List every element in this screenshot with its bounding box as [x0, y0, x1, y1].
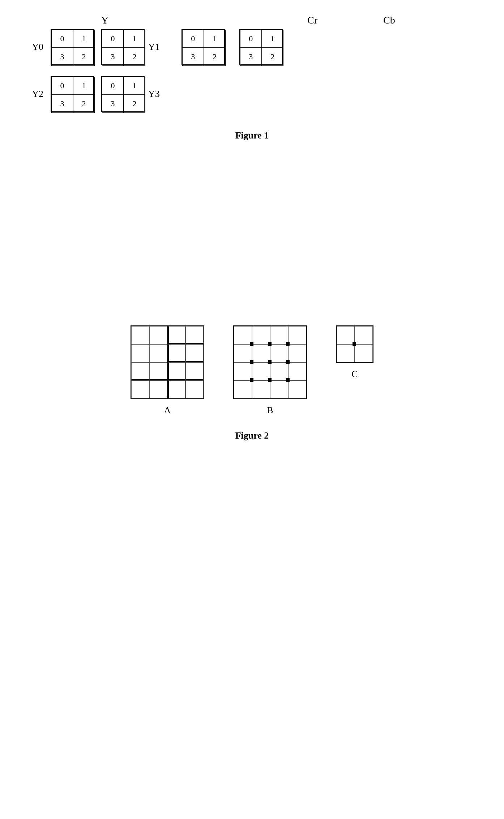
ga-cell [131, 344, 149, 362]
gc-cell [355, 326, 373, 344]
gb-cell [252, 326, 270, 344]
y2-label: Y2 [22, 89, 43, 99]
cell-0: 0 [240, 30, 262, 48]
cell-1: 1 [124, 30, 145, 48]
y0-grid2: 0 1 3 2 [101, 29, 145, 65]
ga-cell [167, 380, 185, 398]
cell-1: 1 [73, 77, 95, 95]
gb-cell [234, 380, 252, 398]
ga-cell [131, 380, 149, 398]
gb-cell [234, 344, 252, 362]
dot [286, 360, 290, 364]
y-header: Y [101, 14, 108, 26]
fig2-grids: A [36, 325, 468, 416]
ga-cell [185, 380, 204, 398]
dot [250, 378, 253, 382]
grid-c-label: C [351, 369, 358, 380]
figure2-container: A [0, 325, 504, 441]
gb-cell [288, 344, 306, 362]
cell-0: 0 [51, 30, 73, 48]
gb-cell [252, 344, 270, 362]
cell-3: 3 [51, 95, 73, 113]
cell-2: 2 [73, 48, 95, 66]
ga-cell [149, 362, 167, 380]
cell-3: 3 [182, 48, 204, 66]
dot [268, 378, 272, 382]
fig2-grid-c-item: C [336, 325, 373, 380]
cb-grid: 0 1 3 2 [239, 29, 283, 65]
cell-2: 2 [124, 48, 145, 66]
cell-2: 2 [262, 48, 283, 66]
gc-cell [337, 326, 355, 344]
cell-0: 0 [51, 77, 73, 95]
ga-cell [149, 380, 167, 398]
cell-2: 2 [124, 95, 145, 113]
figure1-caption: Figure 1 [22, 130, 482, 141]
cell-3: 3 [240, 48, 262, 66]
y1-label: Y1 [148, 42, 160, 52]
dot [250, 342, 253, 346]
ga-cell [185, 326, 204, 344]
cb-header: Cb [383, 14, 395, 26]
dot [286, 342, 290, 346]
y3-label: Y3 [148, 89, 160, 99]
dot [353, 342, 356, 346]
gb-cell [252, 380, 270, 398]
gb-cell [288, 362, 306, 380]
ga-cell [167, 344, 185, 362]
figure1-container: Y Cr Cb Y0 0 1 3 2 0 1 3 2 Y1 0 1 3 2 0 [0, 14, 504, 141]
grid-c [336, 325, 373, 363]
row-y0: Y0 0 1 3 2 0 1 3 2 Y1 0 1 3 2 0 1 3 2 [22, 29, 482, 65]
cell-3: 3 [102, 95, 124, 113]
y0-grid1: 0 1 3 2 [51, 29, 94, 65]
ga-cell [185, 362, 204, 380]
ga-cell [167, 362, 185, 380]
ga-cell [167, 326, 185, 344]
gb-cell [270, 362, 288, 380]
y2-grid2: 0 1 3 2 [101, 76, 145, 112]
dot [250, 360, 253, 364]
cell-2: 2 [73, 95, 95, 113]
gb-cell [288, 326, 306, 344]
dot [268, 342, 272, 346]
cr-header: Cr [307, 14, 317, 26]
grid-a-label: A [164, 405, 171, 416]
gb-cell [234, 326, 252, 344]
cell-1: 1 [262, 30, 283, 48]
grid-a [131, 325, 204, 399]
gb-cell [270, 380, 288, 398]
y2-grid1: 0 1 3 2 [51, 76, 94, 112]
gb-cell [270, 344, 288, 362]
cell-2: 2 [204, 48, 226, 66]
grid-b [233, 325, 307, 399]
y0-label: Y0 [22, 42, 43, 52]
gb-cell [252, 362, 270, 380]
cell-1: 1 [204, 30, 226, 48]
cell-3: 3 [102, 48, 124, 66]
figure2-caption: Figure 2 [36, 430, 468, 441]
cell-0: 0 [182, 30, 204, 48]
ga-cell [149, 326, 167, 344]
cell-1: 1 [124, 77, 145, 95]
gb-cell [234, 362, 252, 380]
cell-0: 0 [102, 30, 124, 48]
dot [268, 360, 272, 364]
ga-cell [185, 344, 204, 362]
fig2-grid-a-item: A [131, 325, 204, 416]
ga-cell [131, 362, 149, 380]
ga-cell [131, 326, 149, 344]
gb-cell [270, 326, 288, 344]
row-y2: Y2 0 1 3 2 0 1 3 2 Y3 [22, 76, 482, 112]
cell-1: 1 [73, 30, 95, 48]
cell-3: 3 [51, 48, 73, 66]
gc-cell [337, 344, 355, 362]
ga-cell [149, 344, 167, 362]
cell-0: 0 [102, 77, 124, 95]
fig2-grid-b-item: B [233, 325, 307, 416]
gc-cell [355, 344, 373, 362]
cr-grid: 0 1 3 2 [181, 29, 225, 65]
dot [286, 378, 290, 382]
grid-b-label: B [267, 405, 273, 416]
gb-cell [288, 380, 306, 398]
